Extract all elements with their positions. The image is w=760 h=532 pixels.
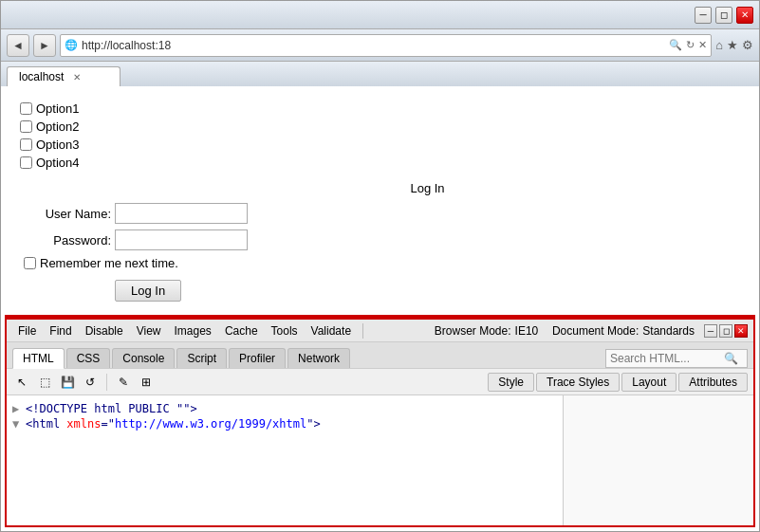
panel-tab-trace-styles[interactable]: Trace Styles	[536, 373, 620, 392]
web-page: Option1 Option2 Option3 Option4 Log In	[1, 86, 759, 315]
html-expand[interactable]: ▼	[12, 417, 24, 431]
devtools-search-input[interactable]	[610, 352, 724, 365]
cursor-tool-icon[interactable]: ↖	[12, 373, 31, 392]
favorites-icon[interactable]: ★	[727, 38, 738, 52]
doctype-expand[interactable]: ▶	[12, 402, 24, 415]
option4-label: Option4	[36, 156, 80, 170]
checkbox-option4: Option4	[20, 156, 740, 170]
browser-tab[interactable]: localhost ✕	[7, 66, 120, 86]
option1-checkbox[interactable]	[20, 102, 32, 115]
tools-icon[interactable]: ⚙	[742, 38, 753, 52]
doctype-tag: <!DOCTYPE html PUBLIC "">	[26, 402, 197, 415]
page-content: Option1 Option2 Option3 Option4 Log In	[1, 86, 759, 531]
option2-checkbox[interactable]	[20, 120, 32, 133]
devtools-restore-button[interactable]: ◻	[719, 324, 732, 338]
menu-cache[interactable]: Cache	[219, 323, 264, 339]
browser-mode-value: IE10	[515, 324, 539, 338]
devtools-search-box[interactable]: 🔍	[605, 349, 748, 368]
devtools-toolbar: ↖ ⬚ 💾 ↺ ✎ ⊞ Style Trace Styles Layout At…	[7, 369, 753, 395]
option2-label: Option2	[36, 119, 80, 134]
tree-line-doctype: ▶ <!DOCTYPE html PUBLIC "">	[12, 401, 557, 416]
checkbox-option3: Option3	[20, 138, 740, 152]
document-mode-label: Document Mode:	[552, 324, 639, 338]
username-row: User Name:	[20, 203, 740, 224]
search-go-icon[interactable]: 🔍	[724, 352, 738, 365]
edit-tool-icon[interactable]: ✎	[114, 373, 133, 392]
password-input[interactable]	[115, 229, 248, 250]
devtools-minimize-button[interactable]: ─	[704, 324, 717, 338]
option3-checkbox[interactable]	[20, 138, 32, 151]
address-search-icon[interactable]: 🔍	[669, 39, 682, 51]
login-button[interactable]: Log In	[115, 280, 181, 302]
menu-tools[interactable]: Tools	[266, 323, 304, 339]
inspect-tool-icon[interactable]: ⬚	[35, 373, 54, 392]
close-button[interactable]: ✕	[736, 7, 753, 24]
checkbox-option1: Option1	[20, 101, 740, 116]
menu-find[interactable]: Find	[44, 323, 77, 339]
refresh-tool-icon[interactable]: ↺	[81, 373, 100, 392]
tab-close-button[interactable]: ✕	[73, 72, 81, 83]
tab-script[interactable]: Script	[176, 348, 227, 368]
html-tag[interactable]: <html xmlns="http://www.w3.org/1999/xhtm…	[26, 417, 321, 431]
tab-bar: localhost ✕	[1, 62, 759, 86]
menu-validate[interactable]: Validate	[306, 323, 357, 339]
devtools-outline: File Find Disable View Images Cache Tool…	[5, 315, 755, 527]
username-label: User Name:	[20, 207, 115, 221]
browser-mode-label: Browser Mode:	[435, 324, 511, 338]
home-icon[interactable]: ⌂	[715, 38, 723, 52]
minimize-button[interactable]: ─	[695, 7, 712, 24]
tab-label: localhost	[19, 70, 64, 83]
address-refresh-icon[interactable]: ↻	[686, 39, 695, 51]
back-button[interactable]: ◄	[7, 34, 29, 57]
browser-mode-info: Browser Mode: IE10 Document Mode: Standa…	[435, 324, 695, 338]
remember-checkbox[interactable]	[24, 257, 36, 269]
browser-window: ─ ◻ ✕ ◄ ► 🌐 http://localhost:18 🔍 ↻ ✕ ⌂ …	[0, 0, 760, 532]
panel-tab-layout[interactable]: Layout	[621, 373, 677, 392]
address-bar[interactable]: 🌐 http://localhost:18 🔍 ↻ ✕	[60, 34, 712, 57]
option4-checkbox[interactable]	[20, 156, 32, 169]
menu-images[interactable]: Images	[169, 323, 217, 339]
panel-right-tabs: Style Trace Styles Layout Attributes	[488, 373, 748, 392]
tab-network[interactable]: Network	[287, 348, 350, 368]
panel-tab-attributes[interactable]: Attributes	[678, 373, 748, 392]
tree-line-html: ▼ <html xmlns="http://www.w3.org/1999/xh…	[12, 416, 557, 431]
right-panel	[564, 395, 753, 525]
panel-tab-style[interactable]: Style	[488, 373, 534, 392]
devtools-tabs-row: HTML CSS Console Script Profiler Network…	[7, 342, 753, 369]
tab-html[interactable]: HTML	[12, 348, 65, 369]
password-label: Password:	[20, 233, 115, 248]
checkbox-option2: Option2	[20, 119, 740, 134]
checkbox-group: Option1 Option2 Option3 Option4	[20, 101, 740, 170]
document-mode-value: Standards	[642, 324, 695, 338]
login-button-row: Log In	[115, 280, 740, 302]
menu-disable[interactable]: Disable	[80, 323, 129, 339]
page-icon: 🌐	[65, 39, 78, 51]
password-row: Password:	[20, 229, 740, 250]
option3-label: Option3	[36, 138, 80, 152]
login-title: Log In	[115, 181, 740, 195]
option1-label: Option1	[36, 101, 80, 116]
nav-bar: ◄ ► 🌐 http://localhost:18 🔍 ↻ ✕ ⌂ ★ ⚙	[1, 29, 759, 62]
login-form: User Name: Password: Remember me next ti…	[20, 203, 740, 302]
address-text: http://localhost:18	[82, 39, 665, 52]
address-stop-icon[interactable]: ✕	[698, 39, 707, 51]
devtools-close-button[interactable]: ✕	[734, 324, 748, 338]
menu-separator	[362, 323, 363, 339]
devtools-panel: File Find Disable View Images Cache Tool…	[7, 317, 753, 525]
restore-button[interactable]: ◻	[715, 7, 732, 24]
devtools-body: ▶ <!DOCTYPE html PUBLIC ""> ▼ <html xmln…	[7, 395, 753, 525]
title-bar: ─ ◻ ✕	[1, 1, 759, 29]
tab-profiler[interactable]: Profiler	[229, 348, 286, 368]
tab-console[interactable]: Console	[112, 348, 175, 368]
html-tree-panel: ▶ <!DOCTYPE html PUBLIC ""> ▼ <html xmln…	[7, 395, 564, 525]
forward-button[interactable]: ►	[33, 34, 56, 57]
export-tool-icon[interactable]: ⊞	[137, 373, 156, 392]
remember-label: Remember me next time.	[40, 256, 178, 270]
username-input[interactable]	[115, 203, 248, 224]
devtools-window-buttons: ─ ◻ ✕	[704, 324, 748, 338]
tab-css[interactable]: CSS	[66, 348, 111, 368]
menu-view[interactable]: View	[131, 323, 167, 339]
save-tool-icon[interactable]: 💾	[58, 373, 77, 392]
menu-file[interactable]: File	[12, 323, 42, 339]
toolbar-separator	[106, 374, 107, 391]
